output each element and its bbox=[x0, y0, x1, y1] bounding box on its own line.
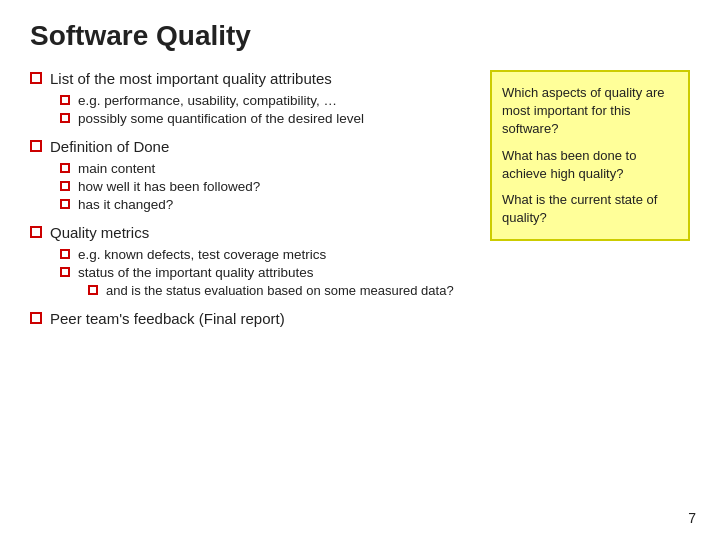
sticky-line-2: What has been done to achieve high quali… bbox=[502, 147, 678, 183]
main-content: List of the most important quality attri… bbox=[30, 70, 470, 339]
bullet-l2-1-0: e.g. performance, usability, compatibili… bbox=[60, 93, 470, 108]
bullet-l1-4: Peer team's feedback (Final report) bbox=[30, 310, 470, 327]
section-1-sub-0: e.g. performance, usability, compatibili… bbox=[78, 93, 337, 108]
sticky-line-3: What is the current state of quality? bbox=[502, 191, 678, 227]
bullet-icon-sm-2-2 bbox=[60, 199, 70, 209]
bullet-l2-1-1: possibly some quantification of the desi… bbox=[60, 111, 470, 126]
section-2-sub-2: has it changed? bbox=[78, 197, 173, 212]
section-2: Definition of Done main content how well… bbox=[30, 138, 470, 212]
bullet-icon-3 bbox=[30, 226, 42, 238]
section-4: Peer team's feedback (Final report) bbox=[30, 310, 470, 327]
sticky-line-1: Which aspects of quality are most import… bbox=[502, 84, 678, 139]
bullet-l2-2-2: has it changed? bbox=[60, 197, 470, 212]
section-3-subs: e.g. known defects, test coverage metric… bbox=[60, 247, 470, 298]
section-3-sub-0: e.g. known defects, test coverage metric… bbox=[78, 247, 326, 262]
section-3-subsub-0: and is the status evaluation based on so… bbox=[106, 283, 454, 298]
section-2-label: Definition of Done bbox=[50, 138, 169, 155]
section-3-label: Quality metrics bbox=[50, 224, 149, 241]
page-number: 7 bbox=[688, 510, 696, 526]
bullet-icon-sm-3-0 bbox=[60, 249, 70, 259]
section-1-sub-1: possibly some quantification of the desi… bbox=[78, 111, 364, 126]
bullet-icon-xs-3-0 bbox=[88, 285, 98, 295]
section-3-subsubs: and is the status evaluation based on so… bbox=[88, 283, 470, 298]
bullet-icon-sm-3-1 bbox=[60, 267, 70, 277]
bullet-icon-sm-1-1 bbox=[60, 113, 70, 123]
section-1-subs: e.g. performance, usability, compatibili… bbox=[60, 93, 470, 126]
bullet-l2-2-1: how well it has been followed? bbox=[60, 179, 470, 194]
bullet-l2-3-0: e.g. known defects, test coverage metric… bbox=[60, 247, 470, 262]
bullet-icon-sm-1-0 bbox=[60, 95, 70, 105]
slide: Software Quality List of the most import… bbox=[0, 0, 720, 540]
bullet-l1-1: List of the most important quality attri… bbox=[30, 70, 470, 87]
sticky-note: Which aspects of quality are most import… bbox=[490, 70, 690, 241]
bullet-l2-2-0: main content bbox=[60, 161, 470, 176]
bullet-l1-2: Definition of Done bbox=[30, 138, 470, 155]
section-3: Quality metrics e.g. known defects, test… bbox=[30, 224, 470, 298]
bullet-l3-3-0: and is the status evaluation based on so… bbox=[88, 283, 470, 298]
bullet-icon-2 bbox=[30, 140, 42, 152]
section-2-sub-1: how well it has been followed? bbox=[78, 179, 260, 194]
bullet-l1-3: Quality metrics bbox=[30, 224, 470, 241]
content-area: List of the most important quality attri… bbox=[30, 70, 690, 339]
section-2-sub-0: main content bbox=[78, 161, 155, 176]
section-1-label: List of the most important quality attri… bbox=[50, 70, 332, 87]
bullet-icon-sm-2-0 bbox=[60, 163, 70, 173]
bullet-icon-4 bbox=[30, 312, 42, 324]
bullet-icon-1 bbox=[30, 72, 42, 84]
slide-title: Software Quality bbox=[30, 20, 690, 52]
section-4-label: Peer team's feedback (Final report) bbox=[50, 310, 285, 327]
section-3-sub-1: status of the important quality attribut… bbox=[78, 265, 314, 280]
section-1: List of the most important quality attri… bbox=[30, 70, 470, 126]
bullet-icon-sm-2-1 bbox=[60, 181, 70, 191]
section-2-subs: main content how well it has been follow… bbox=[60, 161, 470, 212]
bullet-l2-3-1: status of the important quality attribut… bbox=[60, 265, 470, 280]
